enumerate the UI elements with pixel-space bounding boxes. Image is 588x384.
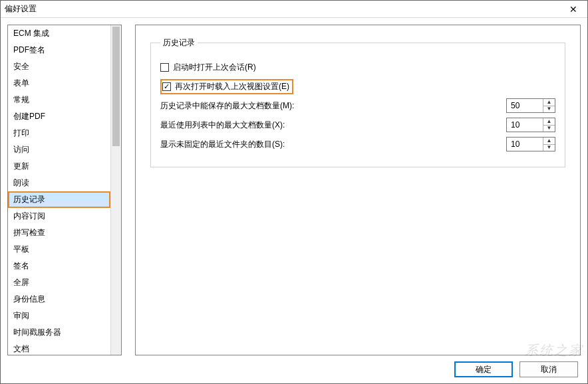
- ok-button[interactable]: 确定: [454, 361, 513, 377]
- close-button[interactable]: ✕: [563, 3, 583, 16]
- titlebar: 偏好设置 ✕: [1, 1, 587, 18]
- sidebar-item-10[interactable]: 历史记录: [8, 191, 110, 208]
- sidebar-item-8[interactable]: 更新: [8, 158, 110, 175]
- max-history-label: 历史记录中能保存的最大文档数量(M):: [160, 100, 294, 112]
- sidebar-item-0[interactable]: ECM 集成: [8, 25, 110, 42]
- scrollbar-thumb[interactable]: [112, 27, 120, 146]
- dialog-footer: 确定 取消: [1, 355, 587, 383]
- sidebar-item-16[interactable]: 身份信息: [8, 291, 110, 308]
- sidebar-scrollbar[interactable]: [110, 25, 121, 355]
- history-group: 历史记录 启动时打开上次会话(R) 再次打开时载入上次视图设置(E) 历史记录中…: [150, 37, 565, 167]
- group-legend: 历史记录: [160, 37, 198, 48]
- spin-down-icon[interactable]: ▼: [543, 145, 555, 151]
- restore-view-checkbox[interactable]: [162, 82, 171, 91]
- sidebar-item-18[interactable]: 时间戳服务器: [8, 324, 110, 341]
- sidebar-item-9[interactable]: 朗读: [8, 175, 110, 191]
- dialog-body: ECM 集成PDF签名安全表单常规创建PDF打印访问更新朗读历史记录内容订阅拼写…: [1, 18, 587, 355]
- sidebar-item-2[interactable]: 安全: [8, 58, 110, 75]
- window-title: 偏好设置: [5, 3, 563, 15]
- spin-up-icon[interactable]: ▲: [543, 138, 555, 145]
- max-folders-row: 显示未固定的最近文件夹的数目(S): ▲ ▼: [160, 137, 555, 151]
- spin-up-icon[interactable]: ▲: [543, 99, 555, 106]
- restore-view-row: 再次打开时载入上次视图设置(E): [160, 79, 555, 94]
- category-sidebar: ECM 集成PDF签名安全表单常规创建PDF打印访问更新朗读历史记录内容订阅拼写…: [7, 25, 122, 355]
- max-folders-spinner: ▲ ▼: [543, 138, 555, 151]
- spin-down-icon[interactable]: ▼: [543, 126, 555, 132]
- max-recent-field: ▲ ▼: [506, 118, 555, 132]
- settings-panel: 历史记录 启动时打开上次会话(R) 再次打开时载入上次视图设置(E) 历史记录中…: [135, 25, 581, 355]
- sidebar-item-6[interactable]: 打印: [8, 125, 110, 142]
- restore-session-checkbox[interactable]: [160, 63, 169, 72]
- sidebar-item-7[interactable]: 访问: [8, 142, 110, 158]
- max-recent-label: 最近使用列表中的最大文档数量(X):: [160, 120, 285, 131]
- sidebar-item-17[interactable]: 审阅: [8, 308, 110, 324]
- sidebar-item-5[interactable]: 创建PDF: [8, 108, 110, 125]
- restore-view-highlight: 再次打开时载入上次视图设置(E): [160, 79, 293, 94]
- sidebar-item-15[interactable]: 全屏: [8, 274, 110, 291]
- max-folders-input[interactable]: [507, 138, 543, 151]
- max-history-spinner: ▲ ▼: [543, 99, 555, 112]
- spin-down-icon[interactable]: ▼: [543, 106, 555, 113]
- category-list[interactable]: ECM 集成PDF签名安全表单常规创建PDF打印访问更新朗读历史记录内容订阅拼写…: [8, 25, 110, 355]
- sidebar-item-19[interactable]: 文档: [8, 341, 110, 355]
- restore-session-label[interactable]: 启动时打开上次会话(R): [173, 62, 256, 73]
- cancel-label: 取消: [541, 364, 557, 375]
- sidebar-item-14[interactable]: 签名: [8, 258, 110, 274]
- max-recent-row: 最近使用列表中的最大文档数量(X): ▲ ▼: [160, 118, 555, 132]
- max-history-field: ▲ ▼: [506, 98, 555, 113]
- max-folders-label: 显示未固定的最近文件夹的数目(S):: [160, 139, 285, 150]
- close-icon: ✕: [569, 4, 577, 15]
- sidebar-item-12[interactable]: 拼写检查: [8, 225, 110, 241]
- max-folders-field: ▲ ▼: [506, 137, 555, 151]
- restore-session-row: 启动时打开上次会话(R): [160, 60, 555, 74]
- ok-label: 确定: [476, 364, 492, 375]
- sidebar-item-1[interactable]: PDF签名: [8, 42, 110, 58]
- spin-up-icon[interactable]: ▲: [543, 118, 555, 126]
- sidebar-item-11[interactable]: 内容订阅: [8, 208, 110, 225]
- max-recent-input[interactable]: [507, 118, 543, 132]
- preferences-dialog: 偏好设置 ✕ ECM 集成PDF签名安全表单常规创建PDF打印访问更新朗读历史记…: [0, 0, 588, 384]
- cancel-button[interactable]: 取消: [519, 361, 578, 377]
- sidebar-item-3[interactable]: 表单: [8, 75, 110, 92]
- sidebar-item-4[interactable]: 常规: [8, 92, 110, 108]
- sidebar-item-13[interactable]: 平板: [8, 241, 110, 258]
- max-history-input[interactable]: [507, 99, 543, 112]
- restore-view-label[interactable]: 再次打开时载入上次视图设置(E): [175, 81, 289, 92]
- max-recent-spinner: ▲ ▼: [543, 118, 555, 132]
- max-history-row: 历史记录中能保存的最大文档数量(M): ▲ ▼: [160, 98, 555, 113]
